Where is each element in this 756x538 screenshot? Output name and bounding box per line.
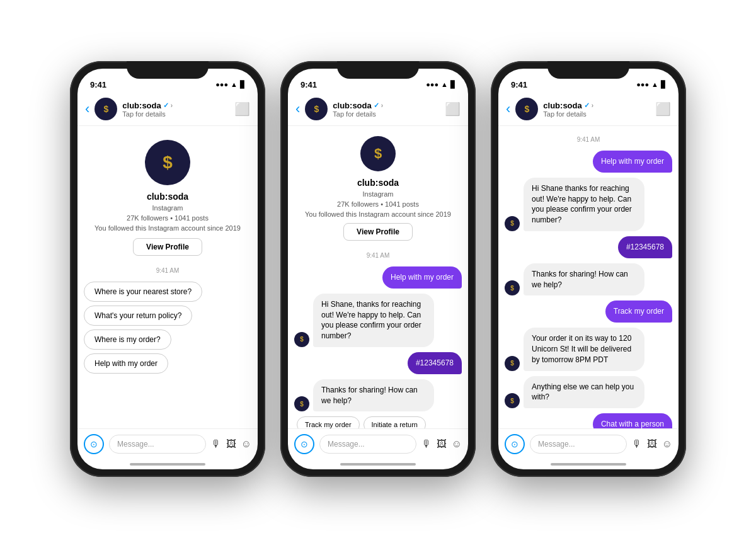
qr-track-order-p2[interactable]: Track my order (297, 416, 360, 428)
status-time-1: 9:41 (90, 80, 106, 89)
msg-received-2-p2: $ Thanks for sharing! How can we help? (294, 379, 462, 412)
status-icons-2: ●●● ▲ ▊ (426, 81, 455, 89)
profile-name-1: club:soda (147, 192, 188, 202)
input-bar-3: ⊙ Message... 🎙 🖼 ☺ (498, 428, 679, 461)
profile-stats-1: 27K followers • 1041 posts (127, 214, 209, 222)
qr-initiate-return-p2[interactable]: Initiate a return (364, 416, 426, 428)
timestamp-2: 9:41 AM (294, 252, 462, 259)
header-sub-2: Tap for details (333, 110, 445, 118)
signal-icon-3: ●●● (636, 81, 649, 88)
msg-sent-2-p3: #12345678 (505, 236, 672, 258)
msg-sent-3-p3: Track my order (505, 300, 672, 323)
status-time-2: 9:41 (301, 80, 317, 89)
verified-badge-2: ✓ (374, 101, 379, 110)
profile-followed-2: You followed this Instagram account sinc… (305, 210, 451, 218)
bubble-sent-3-p3: Track my order (605, 300, 672, 323)
status-icons-1: ●●● ▲ ▊ (215, 81, 245, 89)
qr-where-order[interactable]: Where is my order? (84, 329, 171, 350)
input-icons-2: 🎙 🖼 ☺ (421, 438, 462, 450)
input-icons-1: 🎙 🖼 ☺ (211, 438, 251, 450)
signal-icon-1: ●●● (215, 81, 228, 88)
gallery-icon-1[interactable]: 🖼 (226, 438, 236, 450)
msg-avatar-2-p2: $ (294, 396, 309, 411)
wifi-icon-1: ▲ (231, 81, 238, 88)
gallery-icon-2[interactable]: 🖼 (437, 438, 447, 450)
qr-return-policy[interactable]: What's your return policy? (84, 306, 192, 326)
bubble-received-2-p2: Thanks for sharing! How can we help? (313, 379, 434, 412)
timestamp-1: 9:41 AM (84, 267, 251, 274)
gallery-icon-3[interactable]: 🖼 (647, 438, 657, 450)
mic-icon-2[interactable]: 🎙 (421, 438, 432, 450)
msg-sent-1-p3: Help with my order (505, 151, 672, 173)
back-button-2[interactable]: ‹ (295, 102, 300, 116)
sticker-icon-1[interactable]: ☺ (241, 438, 251, 450)
header-name-1: club:soda ✓ › (122, 101, 234, 110)
quick-replies-1: Where is your nearest store? What's your… (84, 282, 251, 374)
back-button-3[interactable]: ‹ (506, 102, 510, 116)
chat-body-1: $ club:soda Instagram 27K followers • 10… (77, 126, 258, 428)
profile-followed-1: You followed this Instagram account sinc… (94, 224, 241, 232)
header-info-3: club:soda ✓ › Tap for details (543, 101, 655, 118)
wifi-icon-2: ▲ (441, 81, 448, 88)
notch-2 (337, 61, 419, 79)
battery-icon-1: ▊ (240, 81, 245, 89)
notch-1 (127, 61, 209, 79)
qr-help-order[interactable]: Help with my order (84, 353, 168, 374)
msg-avatar-4-p3: $ (505, 393, 520, 408)
wifi-icon-3: ▲ (651, 81, 658, 88)
camera-icon-3[interactable]: ⊙ (505, 434, 525, 454)
msg-received-2-p3: $ Thanks for sharing! How can we help? (505, 263, 672, 296)
sticker-icon-3[interactable]: ☺ (662, 438, 672, 450)
header-avatar-3: $ (515, 98, 538, 120)
verified-badge-1: ✓ (163, 101, 169, 110)
mic-icon-1[interactable]: 🎙 (211, 438, 221, 450)
bubble-sent-2-p2: #12345678 (408, 352, 462, 374)
profile-avatar-2: $ (360, 136, 396, 171)
back-button-1[interactable]: ‹ (85, 102, 89, 116)
video-icon-3[interactable]: ⬜ (655, 101, 671, 117)
profile-platform-1: Instagram (152, 204, 183, 212)
message-input-1[interactable]: Message... (109, 435, 206, 454)
input-bar-2: ⊙ Message... 🎙 🖼 ☺ (288, 428, 468, 461)
header-avatar-2: $ (305, 98, 328, 120)
battery-icon-2: ▊ (450, 81, 455, 89)
msg-received-1-p2: $ Hi Shane, thanks for reaching out! We'… (294, 294, 462, 347)
chat-body-3: 9:41 AM Help with my order $ Hi Shane th… (498, 126, 679, 428)
bubble-received-1-p3: Hi Shane thanks for reaching out! We're … (524, 178, 644, 231)
qr-nearest-store[interactable]: Where is your nearest store? (84, 282, 202, 302)
camera-icon-2[interactable]: ⊙ (294, 434, 314, 454)
chat-header-1: ‹ $ club:soda ✓ › Tap for details ⬜ (77, 94, 258, 126)
msg-received-4-p3: $ Anything else we can help you with? (505, 376, 672, 409)
bubble-sent-1-p3: Help with my order (593, 151, 672, 173)
chat-body-2: $ club:soda Instagram 27K followers • 10… (288, 126, 468, 428)
msg-received-3-p3: $ Your order it on its way to 120 Unicor… (505, 328, 672, 370)
header-info-2: club:soda ✓ › Tap for details (333, 101, 445, 118)
phone-3-inner: 9:41 ●●● ▲ ▊ ‹ $ club:soda ✓ › Tap for d… (498, 69, 679, 469)
profile-card-1: $ club:soda Instagram 27K followers • 10… (84, 134, 251, 260)
home-indicator-1 (130, 463, 205, 466)
header-name-2: club:soda ✓ › (333, 101, 445, 110)
bubble-sent-4-p3: Chat with a person (593, 413, 672, 428)
mic-icon-3[interactable]: 🎙 (632, 438, 642, 450)
header-sub-1: Tap for details (122, 110, 234, 118)
bubble-received-1-p2: Hi Shane, thanks for reaching out! We're… (313, 294, 434, 347)
message-input-2[interactable]: Message... (319, 435, 416, 454)
video-icon-1[interactable]: ⬜ (234, 101, 250, 117)
input-icons-3: 🎙 🖼 ☺ (632, 438, 672, 450)
msg-avatar-3-p3: $ (505, 356, 520, 371)
msg-sent-4-p3: Chat with a person (505, 413, 672, 428)
verified-badge-3: ✓ (584, 101, 590, 110)
view-profile-button-2[interactable]: View Profile (343, 223, 413, 241)
view-profile-button-1[interactable]: View Profile (133, 238, 202, 256)
message-input-3[interactable]: Message... (530, 435, 627, 454)
bubble-received-2-p3: Thanks for sharing! How can we help? (524, 263, 644, 296)
header-avatar-1: $ (94, 98, 117, 120)
sticker-icon-2[interactable]: ☺ (452, 438, 462, 450)
home-indicator-3 (551, 463, 626, 466)
phone-2: 9:41 ●●● ▲ ▊ ‹ $ club:soda ✓ › Tap for d… (280, 61, 476, 477)
camera-icon-1[interactable]: ⊙ (84, 434, 104, 454)
video-icon-2[interactable]: ⬜ (445, 101, 461, 117)
bubble-received-4-p3: Anything else we can help you with? (524, 376, 644, 409)
phone-3: 9:41 ●●● ▲ ▊ ‹ $ club:soda ✓ › Tap for d… (491, 61, 686, 477)
timestamp-3: 9:41 AM (505, 136, 672, 143)
